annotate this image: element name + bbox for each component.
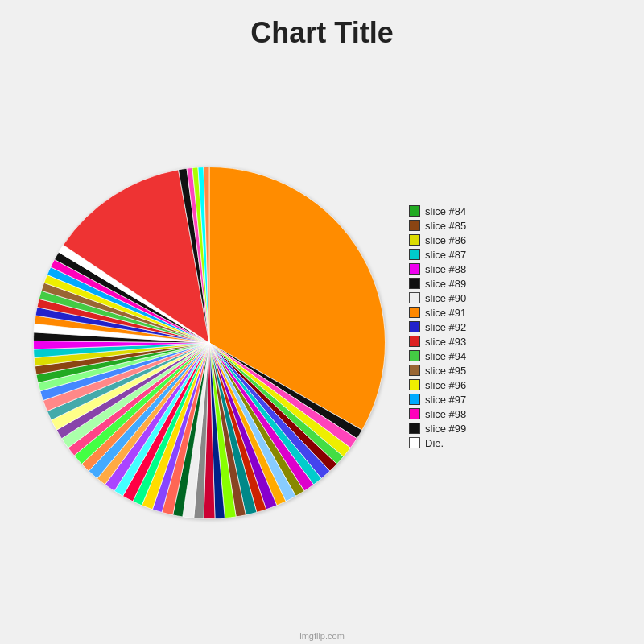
pie-chart: [24, 158, 394, 528]
chart-title: Chart Title: [250, 16, 393, 50]
legend-label: slice #93: [425, 336, 466, 348]
legend-swatch: [409, 205, 420, 217]
legend-swatch: [409, 263, 420, 275]
legend-item: slice #97: [409, 394, 466, 406]
legend-swatch: [409, 379, 420, 390]
legend-swatch: [409, 249, 420, 260]
legend-swatch: [409, 350, 420, 361]
legend-swatch: [409, 307, 420, 318]
legend-label: slice #94: [425, 350, 466, 362]
legend-swatch: [409, 278, 420, 289]
legend-item: slice #96: [409, 379, 466, 391]
legend-swatch: [409, 423, 420, 434]
watermark: imgflip.com: [299, 631, 345, 641]
legend-label: slice #89: [425, 278, 466, 290]
legend-swatch: [409, 292, 420, 303]
legend-item: slice #90: [409, 292, 466, 304]
legend-item: slice #92: [409, 321, 466, 333]
legend-label: slice #92: [425, 321, 466, 333]
legend-swatch: [409, 437, 420, 448]
legend-label: slice #86: [425, 234, 466, 246]
chart-legend: slice #84slice #85slice #86slice #87slic…: [409, 205, 466, 449]
legend-item: slice #94: [409, 350, 466, 362]
legend-label: slice #97: [425, 394, 466, 406]
legend-label: Die.: [425, 437, 444, 449]
legend-item: slice #98: [409, 408, 466, 420]
legend-label: slice #85: [425, 220, 466, 232]
legend-item: slice #99: [409, 423, 466, 435]
legend-label: slice #90: [425, 292, 466, 304]
legend-item: slice #93: [409, 336, 466, 348]
legend-item: Die.: [409, 437, 466, 449]
legend-swatch: [409, 336, 420, 347]
chart-area: slice #84slice #85slice #86slice #87slic…: [0, 58, 644, 644]
legend-label: slice #98: [425, 408, 466, 420]
legend-item: slice #91: [409, 307, 466, 319]
legend-item: slice #88: [409, 263, 466, 275]
legend-item: slice #86: [409, 234, 466, 246]
legend-label: slice #88: [425, 263, 466, 275]
legend-label: slice #99: [425, 423, 466, 435]
legend-swatch: [409, 220, 420, 231]
legend-swatch: [409, 394, 420, 405]
legend-swatch: [409, 321, 420, 332]
pie-chart-wrapper: [24, 158, 394, 528]
legend-item: slice #85: [409, 220, 466, 232]
legend-item: slice #89: [409, 278, 466, 290]
legend-label: slice #91: [425, 307, 466, 319]
legend-label: slice #84: [425, 205, 466, 217]
chart-container: Chart Title slice #84slice #85slice #86s…: [0, 0, 644, 644]
legend-item: slice #84: [409, 205, 466, 217]
legend-swatch: [409, 234, 420, 246]
legend-label: slice #95: [425, 365, 466, 377]
legend-swatch: [409, 365, 420, 376]
legend-label: slice #87: [425, 249, 466, 261]
legend-swatch: [409, 408, 420, 419]
legend-item: slice #95: [409, 365, 466, 377]
legend-item: slice #87: [409, 249, 466, 261]
legend-label: slice #96: [425, 379, 466, 391]
